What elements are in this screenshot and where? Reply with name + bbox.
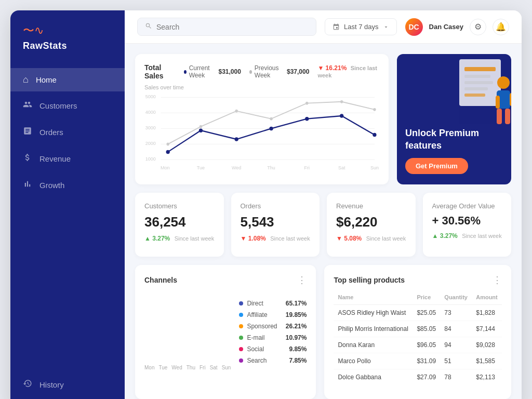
growth-icon [23, 179, 32, 191]
sidebar-bottom: History [10, 364, 125, 397]
product-name-4: Dolce Gabbana [334, 369, 413, 385]
svg-rect-41 [497, 109, 502, 124]
product-amount-1: $7,144 [472, 321, 502, 337]
channel-pct-email: 10.97% [286, 334, 307, 341]
revenue-icon [23, 153, 32, 165]
stat-value-orders: 5,543 [241, 214, 311, 230]
settings-button[interactable]: ⚙ [470, 19, 486, 35]
svg-point-37 [497, 76, 510, 89]
notifications-button[interactable]: 🔔 [493, 19, 509, 35]
sidebar-label-customers: Customers [39, 101, 77, 110]
current-week-label: Current Week [189, 64, 216, 79]
channel-item-search: Search 7.85% [239, 357, 307, 364]
product-price-0: $25.05 [413, 305, 440, 321]
table-row: ASOS Ridley High Waist $25.05 73 $1,828 [334, 305, 502, 321]
stat-card-revenue: Revenue $6,220 ▼ 5.08% Since last week [327, 193, 416, 257]
header: Last 7 days DC Dan Casey ⚙ 🔔 [125, 10, 522, 44]
channel-pct-affiliate: 19.85% [286, 311, 307, 318]
channel-item-direct: Direct 65.17% [239, 300, 307, 307]
product-amount-3: $1,585 [472, 353, 502, 369]
sales-change-badge: ▼ 16.21% Since last week [317, 64, 379, 79]
stat-value-customers: 36,254 [144, 214, 215, 230]
product-qty-3: 51 [440, 353, 472, 369]
svg-rect-32 [464, 67, 496, 71]
svg-point-19 [235, 137, 238, 141]
channel-pct-search: 7.85% [289, 357, 307, 364]
svg-point-15 [340, 100, 343, 103]
app-container: 〜∿ RawStats ⌂ Home Customers Orders [10, 10, 522, 399]
sidebar-label-revenue: Revenue [39, 154, 71, 163]
sidebar-label-history: History [39, 380, 64, 389]
header-actions: DC Dan Casey ⚙ 🔔 [405, 18, 509, 36]
sidebar-item-home[interactable]: ⌂ Home [10, 68, 125, 91]
sales-chart-svg: 5000 4000 3000 2000 1000 [144, 92, 379, 170]
premium-button[interactable]: Get Premium [405, 158, 468, 174]
products-card: Top selling products ⋮ Name Price Quanti… [324, 265, 511, 399]
svg-text:Fri: Fri [304, 165, 310, 170]
sidebar-item-growth[interactable]: Growth [10, 173, 125, 197]
current-week-dot [184, 70, 187, 74]
channel-pct-direct: 65.17% [286, 300, 307, 307]
bottom-row: Channels ⋮ [135, 265, 511, 399]
sales-card: Total Sales Current Week $31,000 Previou… [135, 54, 389, 184]
sales-change-value: ▼ 16.21% [317, 64, 347, 72]
product-price-2: $96.05 [413, 337, 440, 353]
home-icon: ⌂ [23, 74, 29, 85]
bar-day-mon: Mon [144, 365, 154, 370]
stat-change-customers: ▲ 3.27% Since last week [144, 233, 215, 243]
stat-change-value-orders: ▼ 1.08% [241, 235, 266, 242]
channel-item-social: Social 9.85% [239, 345, 307, 353]
stat-change-value-customers: ▲ 3.27% [144, 235, 170, 242]
products-menu-button[interactable]: ⋮ [493, 274, 502, 286]
stat-change-value-aov: ▲ 3.27% [432, 232, 458, 240]
stat-since-orders: Since last week [270, 235, 310, 242]
bar-day-sat: Sat [210, 365, 218, 370]
customers-icon [23, 100, 32, 112]
product-name-2: Donna Karan [334, 337, 413, 353]
previous-week-dot [249, 70, 252, 74]
stat-card-customers: Customers 36,254 ▲ 3.27% Since last week [135, 193, 224, 257]
stat-value-revenue: $6,220 [336, 214, 406, 230]
products-table-body: ASOS Ridley High Waist $25.05 73 $1,828 … [334, 305, 502, 385]
date-filter[interactable]: Last 7 days [325, 18, 397, 35]
stat-value-aov: + 30.56% [432, 214, 502, 228]
channels-body: Mon Tue Wed Thu Fri Sat Sun [144, 293, 307, 370]
table-row: Marco Pollo $31.09 51 $1,585 [334, 353, 502, 369]
svg-text:Sat: Sat [338, 165, 345, 170]
channel-item-email: E-mail 10.97% [239, 334, 307, 341]
product-amount-2: $9,028 [472, 337, 502, 353]
sidebar-item-orders[interactable]: Orders [10, 120, 125, 144]
svg-text:Thu: Thu [267, 165, 275, 170]
product-name-0: ASOS Ridley High Waist [334, 305, 413, 321]
svg-point-22 [340, 114, 343, 118]
sidebar-label-growth: Growth [39, 181, 64, 190]
svg-text:5000: 5000 [145, 94, 156, 99]
channel-dot-direct [239, 301, 243, 305]
search-input[interactable] [156, 23, 309, 31]
channel-dot-search [239, 358, 243, 363]
channels-card: Channels ⋮ [135, 265, 316, 399]
products-table-head: Name Price Quantity Amount [334, 292, 502, 305]
dashboard: Total Sales Current Week $31,000 Previou… [125, 44, 522, 399]
svg-rect-36 [464, 94, 485, 97]
channels-menu-button[interactable]: ⋮ [297, 274, 307, 286]
sidebar-item-history[interactable]: History [10, 373, 125, 397]
sidebar-label-home: Home [36, 75, 57, 84]
svg-rect-39 [496, 96, 500, 109]
sidebar: 〜∿ RawStats ⌂ Home Customers Orders [10, 10, 125, 399]
products-header: Top selling products ⋮ [334, 274, 502, 286]
svg-text:2000: 2000 [145, 141, 156, 146]
sidebar-item-customers[interactable]: Customers [10, 94, 125, 118]
product-price-4: $27.09 [413, 369, 440, 385]
svg-point-16 [373, 108, 376, 111]
channel-dot-sponsored [239, 324, 243, 328]
sidebar-logo: 〜∿ RawStats [10, 23, 125, 68]
product-name-1: Philip Morris International [334, 321, 413, 337]
channel-name-sponsored: Sponsored [247, 323, 277, 330]
logo-icon: 〜∿ [23, 23, 44, 38]
svg-point-10 [166, 143, 169, 146]
svg-rect-35 [464, 87, 488, 90]
sidebar-item-revenue[interactable]: Revenue [10, 147, 125, 171]
premium-text: Unlock Premium features [405, 127, 503, 152]
product-amount-4: $2,113 [472, 369, 502, 385]
